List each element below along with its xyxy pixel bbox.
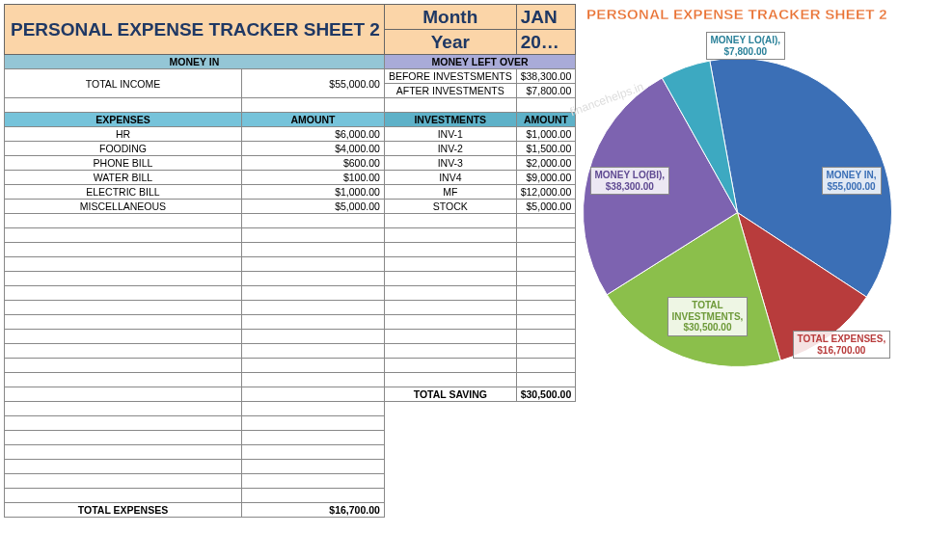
- pie-label: MONEY LO(AI),$7,800.00: [706, 32, 786, 60]
- expense-name[interactable]: MISCELLANEOUS: [5, 200, 242, 214]
- investment-name[interactable]: MF: [384, 185, 516, 200]
- table-row: [5, 286, 576, 301]
- total-income-label: TOTAL INCOME: [5, 69, 242, 98]
- table-row: [5, 228, 576, 243]
- total-expenses-value[interactable]: $16,700.00: [241, 503, 384, 518]
- expense-amount[interactable]: $5,000.00: [241, 200, 384, 214]
- table-row: [5, 373, 576, 387]
- expense-amount[interactable]: $4,000.00: [241, 142, 384, 156]
- table-row: WATER BILL$100.00INV4$9,000.00: [5, 171, 576, 185]
- table-row: [5, 330, 576, 344]
- header-expenses: EXPENSES: [5, 113, 242, 127]
- investment-name[interactable]: INV4: [384, 171, 516, 185]
- table-row: [5, 474, 576, 489]
- table-row: [5, 272, 576, 286]
- pie-label: MONEY LO(BI),$38,300.00: [590, 167, 670, 195]
- expense-amount[interactable]: $600.00: [241, 156, 384, 171]
- after-inv-label: AFTER INVESTMENTS: [384, 84, 516, 98]
- main-table: PERSONAL EXPENSE TRACKER SHEET 2 Month J…: [4, 4, 576, 518]
- table-row: [5, 257, 576, 272]
- table-row: PHONE BILL$600.00INV-3$2,000.00: [5, 156, 576, 171]
- table-row: [5, 402, 576, 416]
- year-label: Year: [384, 30, 516, 55]
- total-expenses-label: TOTAL EXPENSES: [5, 503, 242, 518]
- header-expenses-amount: AMOUNT: [241, 113, 384, 127]
- investment-name[interactable]: INV-1: [384, 127, 516, 142]
- pie-label: TOTAL EXPENSES,$16,700.00: [793, 331, 891, 359]
- investment-name[interactable]: STOCK: [384, 200, 516, 214]
- table-row: [5, 243, 576, 257]
- month-label: Month: [384, 5, 516, 30]
- total-expenses-row: TOTAL EXPENSES $16,700.00: [5, 503, 576, 518]
- table-row: FOODING$4,000.00INV-2$1,500.00: [5, 142, 576, 156]
- expense-amount[interactable]: $6,000.00: [241, 127, 384, 142]
- expense-name[interactable]: FOODING: [5, 142, 242, 156]
- table-row: [5, 489, 576, 503]
- table-row: [5, 214, 576, 228]
- header-investments: INVESTMENTS: [384, 113, 516, 127]
- table-row: HR$6,000.00INV-1$1,000.00: [5, 127, 576, 142]
- table-row: [5, 431, 576, 445]
- total-saving-row: TOTAL SAVING $30,500.00: [5, 387, 576, 402]
- pie-chart: MONEY IN,$55,000.00TOTAL EXPENSES,$16,70…: [576, 51, 899, 374]
- investment-name[interactable]: INV-2: [384, 142, 516, 156]
- title-row: PERSONAL EXPENSE TRACKER SHEET 2 Month J…: [5, 5, 576, 30]
- table-row: [5, 301, 576, 315]
- sheet-title: PERSONAL EXPENSE TRACKER SHEET 2: [5, 5, 385, 55]
- total-income-value[interactable]: $55,000.00: [241, 69, 384, 98]
- chart-title: PERSONAL EXPENSE TRACKER SHEET 2: [558, 6, 915, 22]
- total-saving-label: TOTAL SAVING: [384, 387, 516, 402]
- chart-area: PERSONAL EXPENSE TRACKER SHEET 2 finance…: [558, 4, 915, 518]
- expense-name[interactable]: ELECTRIC BILL: [5, 185, 242, 200]
- expense-name[interactable]: PHONE BILL: [5, 156, 242, 171]
- table-row: [5, 344, 576, 359]
- pie-label: TOTALINVESTMENTS,$30,500.00: [667, 297, 749, 336]
- spreadsheet-area: PERSONAL EXPENSE TRACKER SHEET 2 Month J…: [4, 4, 549, 518]
- expense-amount[interactable]: $1,000.00: [241, 185, 384, 200]
- pie-label: MONEY IN,$55,000.00: [822, 167, 882, 195]
- table-row: [5, 359, 576, 373]
- before-inv-label: BEFORE INVESTSMENTS: [384, 69, 516, 84]
- table-row: [5, 460, 576, 474]
- table-row: [5, 445, 576, 460]
- expense-amount[interactable]: $100.00: [241, 171, 384, 185]
- table-row: MISCELLANEOUS$5,000.00STOCK$5,000.00: [5, 200, 576, 214]
- expense-name[interactable]: WATER BILL: [5, 171, 242, 185]
- table-row: ELECTRIC BILL$1,000.00MF$12,000.00: [5, 185, 576, 200]
- header-money-left: MONEY LEFT OVER: [384, 55, 575, 69]
- investment-name[interactable]: INV-3: [384, 156, 516, 171]
- expense-name[interactable]: HR: [5, 127, 242, 142]
- header-money-in: MONEY IN: [5, 55, 385, 69]
- table-row: [5, 416, 576, 431]
- table-row: [5, 315, 576, 330]
